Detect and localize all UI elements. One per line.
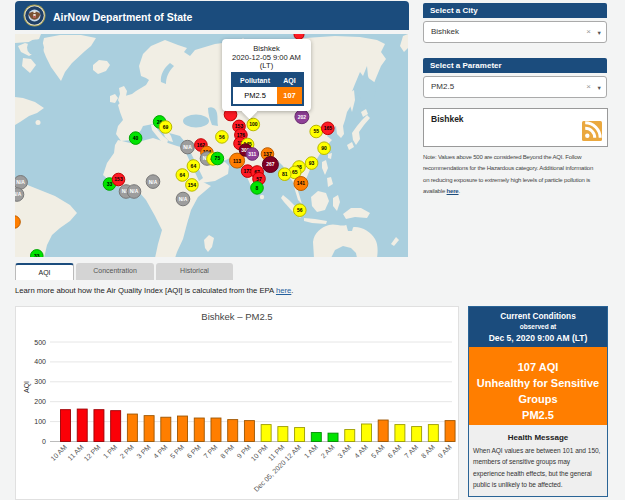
svg-text:Bishkek – PM2.5: Bishkek – PM2.5 (201, 311, 272, 322)
svg-text:311: 311 (248, 151, 256, 157)
svg-text:6 AM: 6 AM (386, 443, 402, 459)
svg-text:55: 55 (313, 128, 319, 134)
svg-text:10 PM: 10 PM (250, 443, 269, 462)
svg-text:N/A: N/A (149, 179, 158, 185)
svg-text:153: 153 (114, 176, 123, 182)
svg-text:100: 100 (249, 121, 258, 127)
svg-text:57: 57 (256, 176, 262, 182)
svg-text:AQI: AQI (23, 381, 31, 393)
svg-text:64: 64 (191, 163, 197, 169)
svg-text:33: 33 (107, 181, 113, 187)
svg-text:81: 81 (282, 171, 288, 177)
svg-text:56: 56 (297, 207, 303, 213)
svg-text:300: 300 (34, 378, 46, 385)
svg-text:400: 400 (34, 358, 46, 365)
svg-text:40: 40 (133, 135, 139, 141)
svg-text:2 AM: 2 AM (319, 443, 335, 459)
svg-text:N/A: N/A (179, 196, 188, 202)
svg-text:0: 0 (42, 438, 46, 445)
svg-text:69: 69 (163, 124, 169, 130)
svg-text:8: 8 (256, 185, 259, 191)
svg-text:3 PM: 3 PM (135, 443, 152, 460)
svg-text:12 PM: 12 PM (82, 443, 101, 462)
svg-text:5 PM: 5 PM (169, 443, 186, 460)
svg-text:N/A: N/A (15, 191, 22, 197)
svg-text:5 AM: 5 AM (370, 443, 386, 459)
svg-text:2 PM: 2 PM (119, 443, 136, 460)
svg-text:4 AM: 4 AM (353, 443, 369, 459)
svg-text:N/A: N/A (130, 188, 139, 194)
svg-text:64: 64 (180, 172, 186, 178)
svg-text:10 AM: 10 AM (49, 443, 68, 462)
svg-text:8 PM: 8 PM (219, 443, 236, 460)
svg-text:1 AM: 1 AM (303, 443, 319, 459)
svg-text:200: 200 (34, 398, 46, 405)
svg-text:7 PM: 7 PM (202, 443, 219, 460)
svg-text:90: 90 (321, 145, 327, 151)
svg-text:141: 141 (297, 180, 306, 186)
svg-text:N/A: N/A (183, 144, 192, 150)
svg-text:75: 75 (215, 155, 221, 161)
svg-text:154: 154 (188, 182, 197, 188)
svg-text:11 AM: 11 AM (66, 443, 85, 462)
svg-text:500: 500 (34, 339, 46, 346)
svg-text:56: 56 (219, 134, 225, 140)
svg-text:4 PM: 4 PM (152, 443, 169, 460)
svg-text:65: 65 (292, 169, 298, 175)
svg-text:165: 165 (324, 125, 333, 131)
svg-text:137: 137 (263, 151, 272, 157)
svg-text:113: 113 (233, 158, 241, 164)
svg-text:202: 202 (298, 114, 307, 120)
svg-text:7 AM: 7 AM (403, 443, 419, 459)
svg-text:100: 100 (34, 418, 46, 425)
svg-text:267: 267 (266, 161, 275, 167)
svg-text:9 AM: 9 AM (437, 443, 453, 459)
svg-text:8 AM: 8 AM (420, 443, 436, 459)
svg-text:93: 93 (309, 160, 315, 166)
svg-text:33: 33 (34, 253, 40, 257)
svg-text:6 PM: 6 PM (185, 443, 202, 460)
svg-text:N/A: N/A (16, 179, 25, 185)
svg-text:3 AM: 3 AM (336, 443, 352, 459)
svg-text:1 PM: 1 PM (102, 443, 119, 460)
